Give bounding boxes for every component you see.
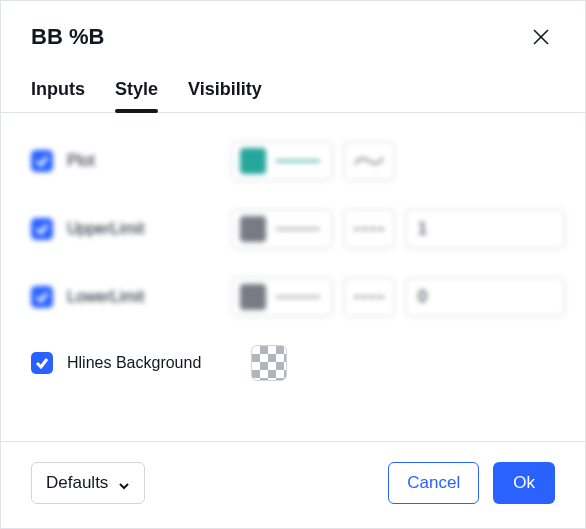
ok-button[interactable]: Ok	[493, 462, 555, 504]
plot-controls	[231, 141, 395, 181]
footer-actions: Cancel Ok	[388, 462, 555, 504]
check-icon	[35, 356, 49, 370]
tab-bar: Inputs Style Visibility	[1, 61, 585, 113]
dialog-title: BB %B	[31, 24, 104, 50]
plot-checkbox[interactable]	[31, 150, 53, 172]
upperlimit-label: UpperLimit	[67, 220, 217, 238]
tab-visibility[interactable]: Visibility	[188, 79, 262, 112]
row-lowerlimit: LowerLimit	[31, 277, 555, 317]
style-content: Plot UpperLimit	[1, 113, 585, 441]
upperlimit-value-input[interactable]	[405, 209, 565, 249]
check-icon	[35, 290, 49, 304]
lowerlimit-value-input[interactable]	[405, 277, 565, 317]
lowerlimit-dash-picker[interactable]	[343, 277, 395, 317]
tab-inputs[interactable]: Inputs	[31, 79, 85, 112]
hlines-label: Hlines Background	[67, 354, 237, 372]
upperlimit-dash-picker[interactable]	[343, 209, 395, 249]
dialog-header: BB %B	[1, 1, 585, 61]
row-hlines-background: Hlines Background	[31, 345, 555, 381]
plot-line-sample	[276, 160, 320, 162]
wave-icon	[354, 154, 384, 168]
plot-color-line-picker[interactable]	[231, 141, 333, 181]
plot-linestyle-picker[interactable]	[343, 141, 395, 181]
dash-icon	[354, 228, 384, 230]
row-upperlimit: UpperLimit	[31, 209, 555, 249]
hlines-controls	[251, 345, 287, 381]
lowerlimit-color-line-picker[interactable]	[231, 277, 333, 317]
lowerlimit-line-sample	[276, 296, 320, 298]
upperlimit-line-sample	[276, 228, 320, 230]
defaults-button[interactable]: Defaults	[31, 462, 145, 504]
upperlimit-color-swatch	[240, 216, 266, 242]
dialog-footer: Defaults Cancel Ok	[1, 441, 585, 528]
close-icon	[531, 27, 551, 47]
settings-dialog: BB %B Inputs Style Visibility Plot	[0, 0, 586, 529]
cancel-button[interactable]: Cancel	[388, 462, 479, 504]
plot-color-swatch	[240, 148, 266, 174]
close-button[interactable]	[527, 23, 555, 51]
hlines-color-picker[interactable]	[251, 345, 287, 381]
check-icon	[35, 222, 49, 236]
chevron-down-icon	[118, 477, 130, 489]
lowerlimit-checkbox[interactable]	[31, 286, 53, 308]
defaults-label: Defaults	[46, 473, 108, 493]
upperlimit-color-line-picker[interactable]	[231, 209, 333, 249]
dash-icon	[354, 296, 384, 298]
plot-label: Plot	[67, 152, 217, 170]
lowerlimit-color-swatch	[240, 284, 266, 310]
lowerlimit-label: LowerLimit	[67, 288, 217, 306]
upperlimit-controls	[231, 209, 565, 249]
upperlimit-checkbox[interactable]	[31, 218, 53, 240]
hlines-checkbox[interactable]	[31, 352, 53, 374]
tab-style[interactable]: Style	[115, 79, 158, 112]
row-plot: Plot	[31, 141, 555, 181]
check-icon	[35, 154, 49, 168]
lowerlimit-controls	[231, 277, 565, 317]
